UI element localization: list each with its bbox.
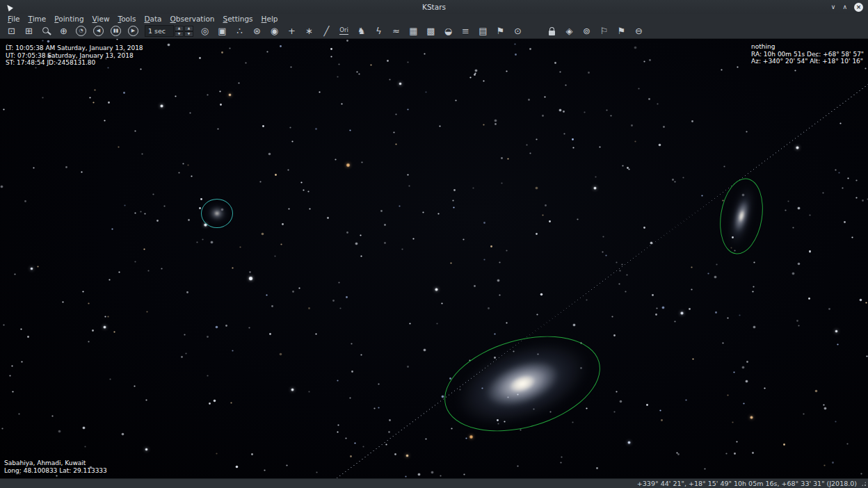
observation-planner-icon: ≡ (462, 26, 469, 35)
time-unit-up-button[interactable]: ▲ (184, 26, 193, 31)
location-coordinates: Long: 48.100833 Lat: 29.113333 (4, 467, 107, 475)
set-time-button[interactable]: ◔ (73, 24, 89, 38)
telescope-track-button[interactable]: ⊚ (579, 24, 595, 38)
menu-time[interactable]: Time (24, 14, 51, 24)
resize-grip[interactable] (861, 481, 867, 487)
statusbar: +339° 44' 21", +18° 15' 49" 10h 05m 16s,… (0, 478, 868, 488)
geographic-location-button[interactable]: ⊕ (56, 24, 72, 38)
show-planets-icon: ◉ (271, 26, 278, 35)
ra-dec-line: RA: 10h 00m 51s Dec: +68° 58' 57" (751, 51, 864, 58)
zoom-box-icon: ⊞ (25, 26, 33, 35)
show-constellation-lines-icon: ϟ (376, 26, 382, 35)
whats-interesting-button[interactable]: ⊙ (510, 24, 526, 38)
menu-tools[interactable]: Tools (114, 14, 140, 24)
sky-map[interactable]: LT: 10:05:38 AM Saturday, January 13, 20… (0, 39, 868, 478)
show-milky-way-button[interactable]: ≈ (388, 24, 404, 38)
lock-position-button[interactable] (544, 24, 560, 38)
geographic-location-icon: ⊕ (60, 26, 67, 35)
add-flag-icon: ⚑ (497, 26, 505, 35)
show-asteroids-button[interactable]: ∗ (301, 24, 317, 38)
time-step-value[interactable]: 1 sec (145, 25, 174, 37)
set-time-icon: ◔ (76, 26, 86, 36)
menu-data[interactable]: Data (140, 14, 166, 24)
fits-viewer-icon: ▣ (218, 26, 226, 35)
ekos-icon: ◈ (566, 26, 573, 35)
time-reverse-icon: ◀ (93, 26, 104, 36)
show-deep-sky-button[interactable]: ⊛ (249, 24, 265, 38)
time-step-up-button[interactable]: ▲ (175, 26, 184, 31)
menu-settings[interactable]: Settings (218, 14, 257, 24)
show-constellation-lines-button[interactable]: ϟ (371, 24, 387, 38)
zoom-box-button[interactable]: ⊞ (21, 24, 37, 38)
menubar: FileTimePointingViewToolsDataObservation… (0, 14, 868, 24)
titlebar[interactable]: KStars ∨ ∧ × (0, 0, 868, 14)
start-clock-icon: ▶ (128, 26, 138, 36)
starfield (0, 39, 1, 40)
show-planets-button[interactable]: ◉ (266, 24, 282, 38)
focus-info-overlay: nothing RA: 10h 00m 51s Dec: +68° 58' 57… (751, 43, 864, 65)
observation-planner-button[interactable]: ≡ (458, 24, 474, 38)
menu-file[interactable]: File (3, 14, 24, 24)
show-constellation-names-icon: Ori (339, 27, 348, 35)
show-horizon-button[interactable]: ◒ (440, 24, 456, 38)
telescope-track-icon: ⊚ (583, 26, 590, 35)
show-equatorial-grid-icon: ▦ (409, 26, 417, 35)
stop-clock-icon: ▮▮ (111, 26, 121, 36)
statusbar-coordinates: +339° 44' 21", +18° 15' 49" 10h 05m 16s,… (637, 480, 857, 487)
ekos-button[interactable]: ◈ (561, 24, 577, 38)
window-controls: ∨ ∧ × (831, 3, 863, 12)
find-object-button[interactable] (38, 24, 54, 38)
flag-filled-icon: ⚑ (618, 26, 626, 35)
show-equatorial-grid-button[interactable]: ▦ (405, 24, 421, 38)
coordinate-system-button[interactable]: ◎ (197, 24, 213, 38)
ecliptic-line (323, 84, 868, 478)
time-step-down-button[interactable]: ▼ (175, 31, 184, 37)
minimize-button[interactable]: ∨ (831, 4, 836, 10)
open-fits-icon: ▤ (479, 26, 487, 35)
show-stars-button[interactable]: ∴ (232, 24, 248, 38)
sidereal-time-line: ST: 17:48:54 JD: 2458131.80 (6, 59, 143, 67)
open-fits-button[interactable]: ▤ (475, 24, 491, 38)
galaxy-large-spiral-marker-ellipse (433, 320, 611, 448)
time-step-spinbox[interactable]: 1 sec▲▼▲▼ (145, 25, 193, 37)
local-time-line: LT: 10:05:38 AM Saturday, January 13, 20… (6, 44, 143, 52)
maximize-button[interactable]: ∧ (842, 4, 847, 10)
start-clock-button[interactable]: ▶ (125, 24, 141, 38)
remove-object-button[interactable]: ⊖ (631, 24, 647, 38)
magnifier-icon (42, 27, 49, 33)
show-horizontal-grid-icon: ▩ (426, 26, 435, 35)
remove-object-icon: ⊖ (635, 26, 643, 35)
show-supernovae-button[interactable]: ╱ (319, 24, 335, 38)
time-unit-down-button[interactable]: ▼ (184, 31, 193, 37)
menu-view[interactable]: View (88, 14, 114, 24)
show-supernovae-icon: ╱ (324, 26, 330, 35)
lock-icon (549, 31, 555, 35)
show-deep-sky-icon: ⊛ (253, 26, 261, 35)
time-reverse-button[interactable]: ◀ (90, 24, 106, 38)
close-button[interactable]: × (854, 3, 863, 12)
time-info-overlay: LT: 10:05:38 AM Saturday, January 13, 20… (6, 44, 143, 67)
show-constellation-art-icon: ♞ (357, 26, 366, 35)
show-horizontal-grid-button[interactable]: ▩ (423, 24, 439, 38)
adjust-view-button[interactable]: ⊡ (3, 24, 19, 38)
flag-outline-button[interactable]: ⚐ (596, 24, 612, 38)
flag-outline-icon: ⚐ (600, 26, 609, 35)
menu-pointing[interactable]: Pointing (50, 14, 88, 24)
menu-observation[interactable]: Observation (166, 14, 219, 24)
fits-viewer-button[interactable]: ▣ (214, 24, 230, 38)
mouse-object-label: nothing (751, 43, 864, 51)
az-alt-line: Az: +340° 20' 54" Alt: +18° 10' 16" (751, 58, 864, 65)
show-asteroids-icon: ∗ (305, 26, 313, 35)
show-constellation-art-button[interactable]: ♞ (353, 24, 369, 38)
show-comets-button[interactable]: + (284, 24, 300, 38)
show-milky-way-icon: ≈ (392, 26, 400, 35)
stop-clock-button[interactable]: ▮▮ (108, 24, 124, 38)
show-constellation-names-button[interactable]: Ori (336, 24, 352, 38)
toolbar: ⊡⊞⊕◔◀▮▮▶1 sec▲▼▲▼◎▣∴⊛◉+∗╱Ori♞ϟ≈▦▩◒≡▤⚑⊙◈⊚… (0, 24, 868, 39)
adjust-view-icon: ⊡ (8, 26, 15, 35)
flag-filled-button[interactable]: ⚑ (613, 24, 629, 38)
show-comets-icon: + (288, 26, 296, 35)
menu-help[interactable]: Help (257, 14, 282, 24)
add-flag-button[interactable]: ⚑ (492, 24, 508, 38)
location-name: Sabahiya, Ahmadi, Kuwait (4, 459, 107, 467)
